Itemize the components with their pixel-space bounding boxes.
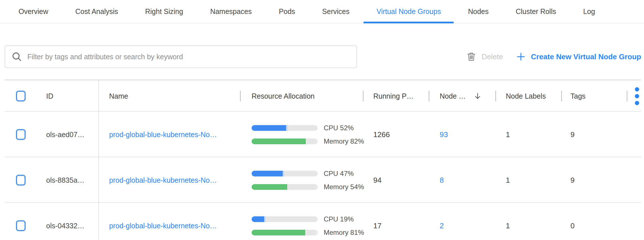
resource-allocation: CPU 52% Memory 82% — [252, 124, 364, 145]
column-header-nodes[interactable]: Node … — [429, 80, 496, 112]
cpu-usage-bar — [252, 125, 318, 131]
cpu-bar-fill — [252, 125, 286, 131]
row-id: ols-8835a… — [46, 176, 85, 184]
cpu-bar-marker — [264, 216, 266, 222]
search-icon — [11, 51, 22, 62]
memory-usage-label: Memory 54% — [324, 183, 364, 191]
cpu-bar-fill — [252, 171, 283, 176]
table-row: ols-aed07… prod-global-blue-kubernetes-N… — [0, 112, 644, 157]
tab-bar: OverviewCost AnalysisRight SizingNamespa… — [0, 0, 644, 23]
node-labels-value: 1 — [506, 176, 510, 185]
toolbar-actions: Delete Create New Virtual Node Group — [466, 52, 641, 62]
memory-usage-bar — [252, 184, 318, 190]
row-checkbox[interactable] — [16, 175, 26, 186]
cpu-usage-label: CPU 47% — [324, 170, 354, 178]
column-header-id[interactable]: ID — [34, 80, 98, 112]
tab-cluster-rolls[interactable]: Cluster Rolls — [503, 0, 569, 23]
resource-allocation: CPU 19% Memory 81% — [252, 215, 364, 237]
trash-icon — [466, 52, 476, 62]
resource-allocation: CPU 47% Memory 54% — [252, 170, 364, 191]
toolbar: Delete Create New Virtual Node Group — [0, 45, 644, 68]
tab-virtual-node-groups[interactable]: Virtual Node Groups — [364, 0, 454, 23]
plus-icon — [516, 52, 526, 62]
tags-value: 9 — [570, 176, 574, 185]
table-row: ols-04332… prod-global-blue-kubernetes-N… — [0, 203, 644, 240]
tab-log[interactable]: Log — [570, 0, 608, 23]
memory-bar-fill — [252, 184, 287, 190]
node-labels-value: 1 — [506, 130, 510, 139]
cpu-bar-fill — [252, 216, 264, 222]
vertical-dots-icon — [635, 87, 639, 105]
memory-usage-label: Memory 81% — [324, 229, 364, 237]
tags-value: 9 — [570, 130, 574, 139]
filter-search-box — [5, 45, 357, 68]
virtual-node-groups-table: ID Name Resource Allocation Running P… N… — [0, 80, 644, 240]
table-header: ID Name Resource Allocation Running P… N… — [0, 80, 644, 112]
cpu-bar-marker — [286, 125, 288, 131]
tab-services[interactable]: Services — [309, 0, 362, 23]
create-label: Create New Virtual Node Group — [531, 52, 641, 61]
memory-bar-fill — [252, 139, 306, 144]
row-name-link[interactable]: prod-global-blue-kubernetes-No… — [109, 176, 217, 184]
node-count-link[interactable]: 8 — [440, 176, 444, 185]
cpu-usage-bar — [252, 216, 318, 222]
row-id: ols-aed07… — [46, 131, 85, 139]
tab-overview[interactable]: Overview — [6, 0, 61, 23]
table-row: ols-8835a… prod-global-blue-kubernetes-N… — [0, 157, 644, 203]
tab-cost-analysis[interactable]: Cost Analysis — [62, 0, 131, 23]
cpu-usage-label: CPU 52% — [324, 124, 354, 132]
column-header-tags[interactable]: Tags — [561, 80, 627, 112]
memory-bar-fill — [252, 230, 305, 235]
search-input[interactable] — [27, 53, 350, 61]
column-header-name[interactable]: Name — [98, 80, 240, 112]
select-all-checkbox[interactable] — [16, 91, 26, 101]
running-pods-value: 1266 — [373, 130, 390, 139]
tags-value: 0 — [570, 221, 574, 230]
running-pods-value: 94 — [373, 176, 382, 185]
tab-right-sizing[interactable]: Right Sizing — [132, 0, 196, 23]
node-labels-value: 1 — [506, 221, 510, 230]
tab-pods[interactable]: Pods — [266, 0, 308, 23]
column-menu-button[interactable] — [627, 80, 644, 112]
cpu-bar-marker — [283, 171, 284, 176]
table-body: ols-aed07… prod-global-blue-kubernetes-N… — [0, 112, 644, 240]
node-count-link[interactable]: 2 — [440, 221, 444, 230]
running-pods-value: 17 — [373, 221, 382, 230]
row-checkbox[interactable] — [16, 220, 26, 231]
row-id: ols-04332… — [46, 222, 85, 230]
tab-namespaces[interactable]: Namespaces — [197, 0, 265, 23]
create-virtual-node-group-button[interactable]: Create New Virtual Node Group — [516, 52, 641, 62]
node-count-link[interactable]: 93 — [440, 130, 448, 139]
delete-button[interactable]: Delete — [466, 52, 503, 62]
sort-descending-icon — [473, 92, 482, 100]
memory-usage-bar — [252, 230, 318, 235]
column-header-node-labels[interactable]: Node Labels — [496, 80, 561, 112]
cpu-usage-bar — [252, 171, 318, 176]
column-header-running-pods[interactable]: Running P… — [363, 80, 429, 112]
tab-nodes[interactable]: Nodes — [455, 0, 501, 23]
cpu-usage-label: CPU 19% — [324, 215, 354, 223]
row-name-link[interactable]: prod-global-blue-kubernetes-No… — [109, 131, 217, 139]
delete-label: Delete — [482, 52, 503, 61]
memory-usage-label: Memory 82% — [324, 137, 364, 145]
row-checkbox[interactable] — [16, 129, 26, 140]
column-header-resource-allocation[interactable]: Resource Allocation — [240, 80, 363, 112]
row-name-link[interactable]: prod-global-blue-kubernetes-No… — [109, 222, 217, 230]
memory-usage-bar — [252, 139, 318, 144]
